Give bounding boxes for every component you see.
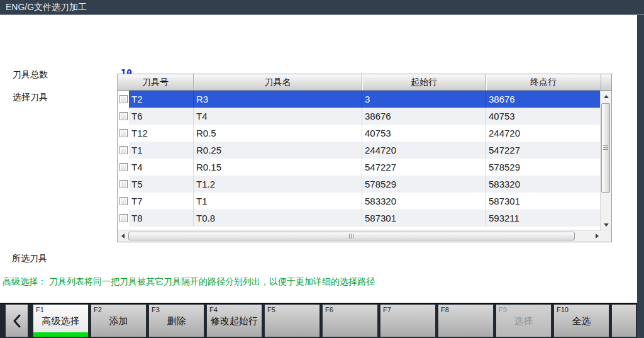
horizontal-scrollbar-thumb[interactable] [128, 232, 575, 240]
table-cell: 38676 [362, 108, 486, 125]
fkey-label: F3 [152, 306, 204, 313]
advanced-select-hint: 高级选择： 刀具列表将同一把刀具被其它刀具隔开的路径分别列出，以便于更加详细的选… [3, 276, 375, 288]
select-tool-label: 选择刀具 [13, 92, 48, 103]
horizontal-scroll-track[interactable] [128, 230, 592, 242]
table-cell: T7 [129, 193, 194, 210]
table-cell: 583320 [486, 176, 600, 193]
row-checkbox-cell [118, 125, 129, 142]
selected-tools-label: 所选刀具 [12, 253, 47, 264]
table-cell: 583320 [362, 193, 486, 210]
table-row[interactable]: T7T1583320587301 [118, 193, 600, 210]
table-row[interactable]: T4R0.15547227578529 [118, 159, 600, 176]
fkey-f5-button[interactable]: F5 [264, 304, 320, 337]
row-checkbox[interactable] [119, 197, 128, 205]
table-cell: R3 [194, 91, 362, 108]
row-checkbox-cell [118, 210, 129, 227]
row-checkbox[interactable] [119, 112, 128, 120]
fkey-label: F9 [499, 306, 551, 313]
table-cell: T0.8 [194, 210, 362, 227]
scroll-left-arrow-icon[interactable] [118, 230, 128, 242]
column-header[interactable]: 刀具名 [194, 74, 362, 90]
row-checkbox[interactable] [119, 163, 128, 171]
active-indicator [33, 332, 88, 337]
fkey-f10-button[interactable]: F10全选 [553, 304, 609, 337]
table-cell: 244720 [486, 125, 600, 142]
row-checkbox-cell [118, 159, 129, 176]
table-cell: 547227 [486, 142, 600, 159]
fkey-f7-button[interactable]: F7 [380, 304, 436, 337]
horizontal-scrollbar[interactable] [118, 230, 611, 242]
row-checkbox[interactable] [119, 214, 128, 222]
tool-total-label: 刀具总数 [13, 69, 48, 81]
table-cell: 547227 [362, 159, 486, 176]
table-row[interactable]: T8T0.8587301593211 [118, 210, 600, 227]
table-body: T2R3338676T6T43867640753T12R0.5407532447… [118, 91, 600, 230]
table-cell: T8 [129, 210, 194, 227]
table-row[interactable]: T1R0.25244720547227 [118, 142, 600, 159]
fkey-label: F5 [267, 306, 319, 313]
column-header[interactable]: 起始行 [362, 74, 486, 90]
table-cell: R0.5 [194, 125, 362, 142]
app-window: ENG/G文件选刀加工 刀具总数 10 选择刀具 刀具号刀具名起始行终点行 T2… [0, 0, 644, 338]
table-cell: R0.25 [194, 142, 362, 159]
chevron-left-icon [12, 314, 22, 328]
scrollbar-grip-icon [349, 234, 354, 239]
table-cell: R0.15 [194, 159, 362, 176]
scroll-right-arrow-icon[interactable] [592, 230, 602, 242]
function-key-buttons: F1高级选择F2添加F3删除F4修改起始行F5F6F7F8F9选择F10全选 [0, 304, 636, 338]
row-checkbox-cell [118, 108, 129, 125]
table-cell: 578529 [362, 176, 486, 193]
table-row[interactable]: T6T43867640753 [118, 108, 600, 125]
fkey-f2-button[interactable]: F2添加 [91, 304, 147, 337]
vertical-scrollbar[interactable] [600, 91, 611, 230]
scroll-up-arrow-icon[interactable] [601, 91, 611, 101]
fkey-f4-button[interactable]: F4修改起始行 [206, 304, 262, 337]
fkey-f8-button[interactable]: F8 [438, 304, 494, 337]
table-cell: T1 [194, 193, 362, 210]
table-cell: 587301 [486, 193, 600, 210]
fkey-label: F4 [209, 306, 262, 313]
column-header[interactable]: 刀具号 [118, 74, 194, 90]
fkey-f6-button[interactable]: F6 [322, 304, 378, 337]
back-button[interactable] [5, 304, 28, 337]
table-row[interactable]: T5T1.2578529583320 [118, 176, 600, 193]
row-checkbox[interactable] [119, 129, 128, 137]
table-row[interactable]: T12R0.540753244720 [118, 125, 600, 142]
fkey-f1-button[interactable]: F1高级选择 [33, 304, 89, 337]
table-header: 刀具号刀具名起始行终点行 [118, 74, 611, 91]
row-checkbox-cell [118, 142, 129, 159]
fkey-empty-segment [611, 304, 636, 337]
table-cell: 244720 [362, 142, 486, 159]
table-cell: T4 [194, 108, 362, 125]
row-checkbox-cell [118, 193, 129, 210]
table-cell: 3 [362, 91, 486, 108]
scroll-down-arrow-icon[interactable] [601, 220, 611, 230]
vertical-scrollbar-thumb[interactable] [601, 103, 610, 193]
column-header[interactable]: 终点行 [486, 74, 601, 90]
table-cell: 578529 [486, 159, 600, 176]
table-cell: T5 [129, 176, 194, 193]
table-cell: T4 [129, 159, 194, 176]
fkey-action-label: 高级选择 [33, 315, 88, 327]
main-content: 刀具总数 10 选择刀具 刀具号刀具名起始行终点行 T2R3338676T6T4… [0, 15, 637, 303]
scrollbar-corner [602, 230, 611, 242]
fkey-f3-button[interactable]: F3删除 [148, 304, 204, 337]
table-cell: T6 [129, 108, 194, 125]
row-checkbox[interactable] [119, 146, 128, 154]
fkey-label: F10 [557, 306, 609, 313]
table-row[interactable]: T2R3338676 [118, 91, 600, 108]
tool-table: 刀具号刀具名起始行终点行 T2R3338676T6T43867640753T12… [117, 74, 612, 242]
row-checkbox[interactable] [119, 95, 128, 103]
table-cell: 587301 [362, 210, 486, 227]
table-cell: T1 [129, 142, 194, 159]
table-cell: T12 [129, 125, 194, 142]
fkey-label: F2 [94, 306, 146, 313]
fkey-action-label: 添加 [91, 315, 146, 327]
fkey-action-label: 修改起始行 [207, 315, 262, 327]
fkey-action-label: 删除 [149, 315, 204, 327]
row-checkbox[interactable] [119, 180, 128, 188]
table-cell: 38676 [486, 91, 600, 108]
scrollbar-grip-icon [603, 145, 608, 150]
fkey-action-label: 全选 [554, 315, 609, 327]
table-cell: T1.2 [194, 176, 362, 193]
